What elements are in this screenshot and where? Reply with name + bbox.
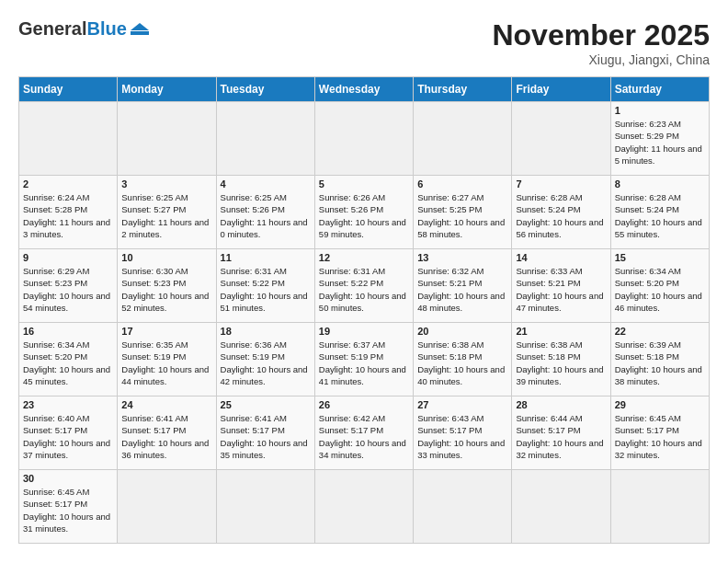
weekday-header-saturday: Saturday <box>610 77 709 102</box>
sunrise-label: Sunrise: 6:38 AM <box>516 339 582 350</box>
sunset-label: Sunset: 5:17 PM <box>23 425 87 435</box>
sunrise-label: Sunrise: 6:24 AM <box>23 192 89 202</box>
sunrise-label: Sunrise: 6:31 AM <box>221 266 287 276</box>
sunrise-label: Sunrise: 6:23 AM <box>615 119 681 129</box>
sunset-label: Sunset: 5:18 PM <box>615 351 679 362</box>
daylight-label: Daylight: 10 hours and 35 minutes. <box>221 438 308 460</box>
day-number: 2 <box>23 178 113 190</box>
sunset-label: Sunset: 5:17 PM <box>417 425 482 435</box>
sunrise-label: Sunrise: 6:29 AM <box>23 266 89 276</box>
cell-info: Sunrise: 6:36 AM Sunset: 5:19 PM Dayligh… <box>221 339 311 387</box>
daylight-label: Daylight: 11 hours and 2 minutes. <box>121 217 209 239</box>
cell-info: Sunrise: 6:37 AM Sunset: 5:19 PM Dayligh… <box>319 339 409 387</box>
day-number: 12 <box>319 252 409 263</box>
day-number: 27 <box>417 399 507 410</box>
cell-info: Sunrise: 6:24 AM Sunset: 5:28 PM Dayligh… <box>23 191 113 240</box>
calendar-cell: 17 Sunrise: 6:35 AM Sunset: 5:19 PM Dayl… <box>118 323 216 396</box>
calendar-cell <box>314 102 413 176</box>
calendar-cell: 1 Sunrise: 6:23 AM Sunset: 5:29 PM Dayli… <box>610 102 709 176</box>
sunset-label: Sunset: 5:20 PM <box>615 278 679 288</box>
calendar-cell <box>19 102 118 176</box>
sunrise-label: Sunrise: 6:32 AM <box>417 266 483 276</box>
daylight-label: Daylight: 10 hours and 31 minutes. <box>23 511 110 534</box>
sunset-label: Sunset: 5:17 PM <box>615 425 679 435</box>
day-number: 16 <box>23 326 113 337</box>
calendar-cell-empty <box>610 470 709 544</box>
sunrise-label: Sunrise: 6:43 AM <box>417 413 483 423</box>
day-number: 20 <box>417 326 507 337</box>
calendar-cell: 7 Sunrise: 6:28 AM Sunset: 5:24 PM Dayli… <box>512 176 610 249</box>
daylight-label: Daylight: 10 hours and 58 minutes. <box>417 217 505 239</box>
cell-info: Sunrise: 6:40 AM Sunset: 5:17 PM Dayligh… <box>23 412 113 461</box>
sunset-label: Sunset: 5:19 PM <box>121 351 186 362</box>
calendar-cell-empty <box>216 470 314 544</box>
calendar-cell: 24 Sunrise: 6:41 AM Sunset: 5:17 PM Dayl… <box>118 396 216 470</box>
logo-bar-icon <box>131 31 149 35</box>
page-header: General Blue November 2025 Xiugu, Jiangx… <box>18 18 710 67</box>
cell-info: Sunrise: 6:30 AM Sunset: 5:23 PM Dayligh… <box>121 265 211 314</box>
cell-info: Sunrise: 6:38 AM Sunset: 5:18 PM Dayligh… <box>516 339 606 387</box>
calendar-cell: 5 Sunrise: 6:26 AM Sunset: 5:26 PM Dayli… <box>314 176 413 249</box>
weekday-header-sunday: Sunday <box>19 77 118 102</box>
sunrise-label: Sunrise: 6:45 AM <box>615 413 681 423</box>
logo-general: General <box>18 18 86 40</box>
day-number: 24 <box>121 399 211 410</box>
logo: General Blue <box>18 18 149 40</box>
sunset-label: Sunset: 5:21 PM <box>417 278 482 288</box>
cell-info: Sunrise: 6:45 AM Sunset: 5:17 PM Dayligh… <box>23 486 113 534</box>
sunset-label: Sunset: 5:18 PM <box>417 351 482 362</box>
cell-info: Sunrise: 6:34 AM Sunset: 5:20 PM Dayligh… <box>23 339 113 387</box>
calendar-table: SundayMondayTuesdayWednesdayThursdayFrid… <box>18 76 710 544</box>
sunset-label: Sunset: 5:27 PM <box>121 204 186 214</box>
calendar-cell: 20 Sunrise: 6:38 AM Sunset: 5:18 PM Dayl… <box>414 323 512 396</box>
calendar-cell: 22 Sunrise: 6:39 AM Sunset: 5:18 PM Dayl… <box>610 323 709 396</box>
cell-info: Sunrise: 6:33 AM Sunset: 5:21 PM Dayligh… <box>516 265 606 314</box>
day-number: 10 <box>121 252 211 263</box>
daylight-label: Daylight: 10 hours and 39 minutes. <box>516 364 603 386</box>
cell-info: Sunrise: 6:42 AM Sunset: 5:17 PM Dayligh… <box>319 412 409 461</box>
cell-info: Sunrise: 6:44 AM Sunset: 5:17 PM Dayligh… <box>516 412 606 461</box>
calendar-cell <box>216 102 314 176</box>
day-number: 7 <box>516 178 606 190</box>
daylight-label: Daylight: 10 hours and 32 minutes. <box>615 438 702 460</box>
calendar-cell-empty <box>118 470 216 544</box>
cell-info: Sunrise: 6:32 AM Sunset: 5:21 PM Dayligh… <box>417 265 507 314</box>
day-number: 19 <box>319 326 409 337</box>
day-number: 30 <box>23 473 113 484</box>
daylight-label: Daylight: 10 hours and 54 minutes. <box>23 291 110 313</box>
page-subtitle: Xiugu, Jiangxi, China <box>492 52 710 67</box>
calendar-cell: 16 Sunrise: 6:34 AM Sunset: 5:20 PM Dayl… <box>19 323 118 396</box>
logo-blue: Blue <box>86 18 126 40</box>
day-number: 14 <box>516 252 606 263</box>
sunset-label: Sunset: 5:23 PM <box>121 278 186 288</box>
day-number: 23 <box>23 399 113 410</box>
sunrise-label: Sunrise: 6:30 AM <box>121 266 188 276</box>
sunset-label: Sunset: 5:24 PM <box>615 204 679 214</box>
cell-info: Sunrise: 6:29 AM Sunset: 5:23 PM Dayligh… <box>23 265 113 314</box>
day-number: 25 <box>221 399 311 410</box>
calendar-cell: 8 Sunrise: 6:28 AM Sunset: 5:24 PM Dayli… <box>610 176 709 249</box>
cell-info: Sunrise: 6:23 AM Sunset: 5:29 PM Dayligh… <box>615 118 705 167</box>
daylight-label: Daylight: 11 hours and 5 minutes. <box>615 144 702 166</box>
sunrise-label: Sunrise: 6:41 AM <box>221 413 287 423</box>
cell-info: Sunrise: 6:41 AM Sunset: 5:17 PM Dayligh… <box>221 412 311 461</box>
sunset-label: Sunset: 5:19 PM <box>221 351 285 362</box>
calendar-row: 2 Sunrise: 6:24 AM Sunset: 5:28 PM Dayli… <box>19 176 710 249</box>
daylight-label: Daylight: 10 hours and 36 minutes. <box>121 438 209 460</box>
day-number: 6 <box>417 178 507 190</box>
weekday-header-friday: Friday <box>512 77 610 102</box>
cell-info: Sunrise: 6:28 AM Sunset: 5:24 PM Dayligh… <box>516 191 606 240</box>
day-number: 8 <box>615 178 705 190</box>
daylight-label: Daylight: 10 hours and 48 minutes. <box>417 291 505 313</box>
sunrise-label: Sunrise: 6:34 AM <box>615 266 681 276</box>
sunrise-label: Sunrise: 6:40 AM <box>23 413 89 423</box>
daylight-label: Daylight: 10 hours and 41 minutes. <box>319 364 406 386</box>
cell-info: Sunrise: 6:43 AM Sunset: 5:17 PM Dayligh… <box>417 412 507 461</box>
calendar-cell-empty <box>414 470 512 544</box>
sunset-label: Sunset: 5:20 PM <box>23 351 87 362</box>
daylight-label: Daylight: 10 hours and 47 minutes. <box>516 291 603 313</box>
day-number: 29 <box>615 399 705 410</box>
sunrise-label: Sunrise: 6:27 AM <box>417 192 483 202</box>
calendar-cell: 15 Sunrise: 6:34 AM Sunset: 5:20 PM Dayl… <box>610 249 709 323</box>
calendar-cell: 28 Sunrise: 6:44 AM Sunset: 5:17 PM Dayl… <box>512 396 610 470</box>
